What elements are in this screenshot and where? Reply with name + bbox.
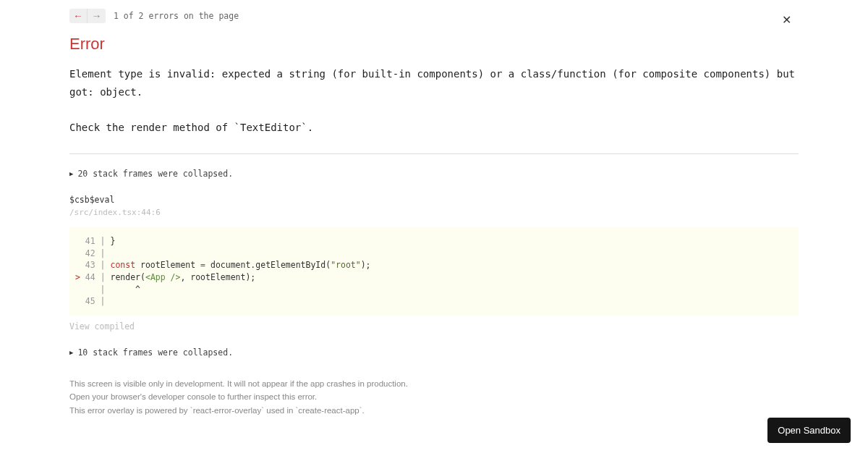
triangle-icon: ▶ bbox=[69, 349, 73, 356]
footer-notes: This screen is visible only in developme… bbox=[69, 378, 799, 417]
collapsed-frames-label: 20 stack frames were collapsed. bbox=[77, 169, 233, 179]
error-nav: ← → 1 of 2 errors on the page bbox=[69, 9, 799, 23]
close-button[interactable]: ✕ bbox=[782, 13, 791, 27]
next-error-button[interactable]: → bbox=[88, 9, 106, 23]
collapsed-frames-label: 10 stack frames were collapsed. bbox=[77, 347, 233, 358]
view-compiled-link[interactable]: View compiled bbox=[69, 321, 799, 332]
prev-error-button[interactable]: ← bbox=[69, 9, 88, 23]
footer-note-2: Open your browser's developer console to… bbox=[69, 391, 799, 403]
error-message: Element type is invalid: expected a stri… bbox=[69, 65, 799, 136]
nav-button-group: ← → bbox=[69, 9, 106, 23]
divider bbox=[69, 153, 799, 154]
collapsed-frames-toggle-2[interactable]: ▶ 10 stack frames were collapsed. bbox=[69, 347, 799, 358]
open-sandbox-button[interactable]: Open Sandbox bbox=[767, 418, 851, 443]
code-snippet: 41 | } 42 | 43 | const rootElement = doc… bbox=[69, 227, 799, 316]
frame-location: /src/index.tsx:44:6 bbox=[69, 208, 799, 217]
error-counter: 1 of 2 errors on the page bbox=[114, 11, 239, 21]
error-title: Error bbox=[69, 35, 799, 54]
frame-method: $csb$eval bbox=[69, 195, 799, 205]
triangle-icon: ▶ bbox=[69, 170, 73, 177]
collapsed-frames-toggle-1[interactable]: ▶ 20 stack frames were collapsed. bbox=[69, 169, 799, 179]
footer-note-3: This error overlay is powered by `react-… bbox=[69, 405, 799, 417]
footer-note-1: This screen is visible only in developme… bbox=[69, 378, 799, 390]
